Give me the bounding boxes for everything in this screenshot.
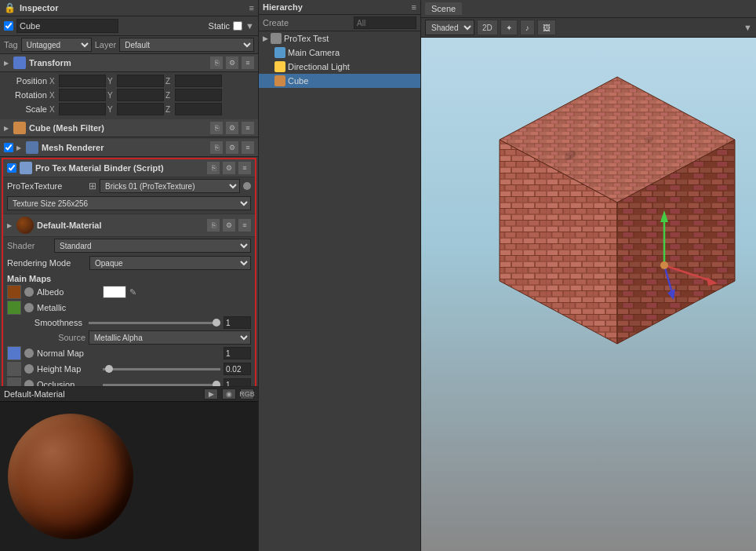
metallic-circle: [24, 303, 34, 312]
shaded-dropdown[interactable]: Shaded: [425, 20, 474, 35]
albedo-color-box[interactable]: [103, 286, 126, 298]
transform-menu-btn[interactable]: ≡: [242, 57, 254, 69]
hierarchy-main-camera[interactable]: Main Camera: [259, 46, 420, 60]
material-copy-btn[interactable]: ⎘: [207, 219, 220, 232]
mesh-filter-menu-btn[interactable]: ≡: [242, 122, 254, 134]
static-dropdown-icon[interactable]: ▼: [245, 21, 254, 31]
scene-tab[interactable]: Scene: [425, 2, 462, 15]
preview-circle-btn[interactable]: ◉: [222, 389, 236, 400]
static-checkbox[interactable]: [233, 21, 242, 31]
position-row: Position X -0.819 Y 0.1350 Z 2.864: [0, 74, 258, 88]
mesh-filter-triangle[interactable]: ▶: [4, 125, 9, 132]
inspector-header: 🔒 Inspector ≡: [0, 0, 258, 16]
rotation-z[interactable]: 0: [175, 89, 222, 101]
mesh-renderer-checkbox[interactable]: [4, 143, 13, 152]
create-label[interactable]: Create: [263, 18, 289, 27]
inspector-scroll[interactable]: ▶ Transform ⎘ ⚙ ≡ Position X -0.819 Y 0.…: [0, 54, 258, 386]
lock-icon[interactable]: 🔒: [4, 2, 16, 13]
normal-slider-container: [103, 347, 251, 359]
position-x[interactable]: -0.819: [59, 75, 106, 87]
smoothness-slider[interactable]: [89, 322, 220, 324]
protex-menu-btn[interactable]: ≡: [238, 162, 251, 174]
transform-section: ▶ Transform ⎘ ⚙ ≡ Position X -0.819 Y 0.…: [0, 54, 258, 118]
mesh-renderer-triangle[interactable]: ▶: [16, 144, 21, 151]
hierarchy-directional-light[interactable]: Directional Light: [259, 60, 420, 74]
material-menu-btn[interactable]: ≡: [238, 219, 251, 232]
tag-dropdown[interactable]: Untagged: [21, 38, 92, 52]
source-dropdown[interactable]: Metallic Alpha: [89, 330, 251, 345]
texture-size-row: Texture Size 256x256: [3, 195, 255, 212]
options-icon[interactable]: ≡: [249, 3, 254, 13]
protex-script-header: Pro Tex Material Binder (Script) ⎘ ⚙ ≡: [3, 159, 255, 177]
metallic-row: Metallic: [3, 300, 255, 316]
scene-expand-icon[interactable]: ▼: [743, 23, 752, 32]
transform-triangle[interactable]: ▶: [4, 60, 9, 67]
object-active-checkbox[interactable]: [4, 21, 13, 31]
mesh-renderer-settings-btn[interactable]: ⚙: [226, 141, 238, 154]
preview-canvas: [0, 402, 258, 551]
scene-audio-btn[interactable]: ♪: [520, 20, 535, 35]
hierarchy-toolbar: Create: [259, 15, 420, 31]
preview-play-btn[interactable]: ▶: [204, 389, 218, 400]
mesh-filter-settings-btn[interactable]: ⚙: [226, 122, 238, 134]
metallic-label: Metallic: [37, 303, 100, 312]
2d-btn[interactable]: 2D: [477, 20, 498, 35]
height-map-swatch[interactable]: [7, 362, 21, 376]
position-y[interactable]: 0.1350: [117, 75, 164, 87]
protex-texture-select[interactable]: Bricks 01 (ProTexTexture): [100, 179, 240, 193]
rotation-y[interactable]: 0: [117, 89, 164, 101]
texture-size-select[interactable]: Texture Size 256x256: [7, 196, 251, 210]
protex-copy-btn[interactable]: ⎘: [207, 162, 220, 174]
mesh-renderer-copy-btn[interactable]: ⎘: [210, 141, 223, 154]
scale-z[interactable]: 1: [175, 103, 222, 115]
scene-fx-btn[interactable]: 🖼: [537, 20, 556, 35]
transform-copy-btn[interactable]: ⎘: [210, 57, 223, 69]
material-triangle[interactable]: ▶: [7, 222, 12, 229]
occlusion-circle: [24, 380, 34, 386]
rotation-row: Rotation X 0 Y 0 Z 0: [0, 88, 258, 102]
height-map-value[interactable]: [224, 363, 251, 375]
albedo-swatch[interactable]: [7, 285, 21, 299]
rotation-x[interactable]: 0: [59, 89, 106, 101]
transform-settings-btn[interactable]: ⚙: [226, 57, 238, 69]
protex-texture-dot[interactable]: [243, 182, 251, 190]
hierarchy-search[interactable]: [354, 16, 416, 29]
scene-header: Scene: [421, 0, 756, 18]
protex-texture-icon: ⊞: [89, 181, 96, 192]
mesh-filter-title: Cube (Mesh Filter): [29, 123, 207, 133]
object-name-input[interactable]: [16, 19, 118, 33]
hierarchy-options-icon[interactable]: ≡: [412, 2, 416, 12]
normal-map-swatch[interactable]: [7, 346, 21, 360]
scene-triangle: ▶: [263, 35, 268, 42]
scene-light-btn[interactable]: ✦: [500, 20, 518, 35]
normal-map-value[interactable]: [224, 347, 251, 359]
mesh-renderer-menu-btn[interactable]: ≡: [242, 141, 254, 154]
shader-label: Shader: [7, 241, 50, 250]
pencil-icon[interactable]: ✎: [129, 287, 136, 297]
material-settings-btn[interactable]: ⚙: [223, 219, 235, 232]
z-label: Z: [165, 77, 173, 86]
layer-dropdown[interactable]: Default: [119, 38, 254, 52]
rendering-mode-dropdown[interactable]: Opaque: [89, 256, 251, 270]
protex-settings-btn[interactable]: ⚙: [223, 162, 235, 174]
inspector-title: Inspector: [20, 3, 59, 13]
hierarchy-header: Hierarchy ≡: [259, 0, 420, 15]
shader-dropdown[interactable]: Standard: [54, 239, 251, 253]
mesh-renderer-title: Mesh Renderer: [42, 143, 207, 152]
scale-y[interactable]: 1: [117, 103, 164, 115]
hierarchy-cube[interactable]: Cube: [259, 74, 420, 88]
mesh-filter-copy-btn[interactable]: ⎘: [210, 122, 223, 134]
occlusion-value[interactable]: [224, 378, 251, 386]
height-map-slider[interactable]: [103, 368, 220, 370]
occlusion-swatch[interactable]: [7, 378, 21, 386]
position-z[interactable]: 2.864: [175, 75, 222, 87]
smoothness-value[interactable]: [224, 316, 251, 329]
protex-checkbox[interactable]: [7, 163, 16, 173]
cube-label: Cube: [288, 76, 308, 86]
preview-rgb-btn[interactable]: RGB: [240, 389, 254, 400]
metallic-swatch[interactable]: [7, 301, 21, 315]
hierarchy-scene[interactable]: ▶ ProTex Test: [259, 31, 420, 46]
scale-x[interactable]: 1: [59, 103, 106, 115]
occlusion-slider-container: [103, 378, 251, 386]
protex-icon: [20, 162, 32, 174]
